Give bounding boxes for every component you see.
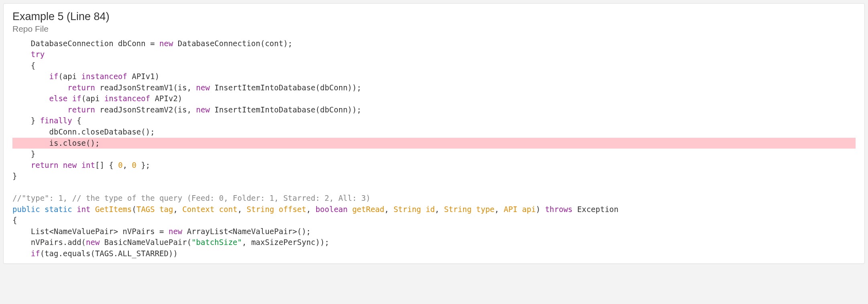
code-block: DatabaseConnection dbConn = new Database… [12, 38, 856, 259]
code-line: { [12, 60, 856, 71]
code-line: { [12, 215, 856, 226]
code-line: nVPairs.add(new BasicNameValuePair("batc… [12, 237, 856, 248]
code-line: return new int[] { 0, 0 }; [12, 160, 856, 171]
code-line: if(tag.equals(TAGS.ALL_STARRED)) [12, 248, 856, 259]
code-line: } [12, 171, 856, 182]
code-line: dbConn.closeDatabase(); [12, 126, 856, 138]
code-line: public static int GetItems(TAGS tag, Con… [12, 204, 856, 215]
example-subtitle: Repo File [12, 24, 856, 34]
code-line [12, 182, 856, 193]
code-line: try [12, 49, 856, 60]
code-line: } [12, 149, 856, 160]
code-line: } finally { [12, 115, 856, 126]
code-line: if(api instanceof APIv1) [12, 71, 856, 82]
code-line: //"type": 1, // the type of the query (F… [12, 193, 856, 204]
code-line: else if(api instanceof APIv2) [12, 93, 856, 104]
code-line: DatabaseConnection dbConn = new Database… [12, 38, 856, 49]
code-line: List<NameValuePair> nVPairs = new ArrayL… [12, 226, 856, 237]
example-title: Example 5 (Line 84) [12, 10, 856, 23]
code-line-highlighted: is.close(); [12, 138, 856, 149]
code-example-panel: Example 5 (Line 84) Repo File DatabaseCo… [3, 3, 865, 264]
code-line: return readJsonStreamV1(is, new InsertIt… [12, 82, 856, 94]
code-line: return readJsonStreamV2(is, new InsertIt… [12, 104, 856, 116]
